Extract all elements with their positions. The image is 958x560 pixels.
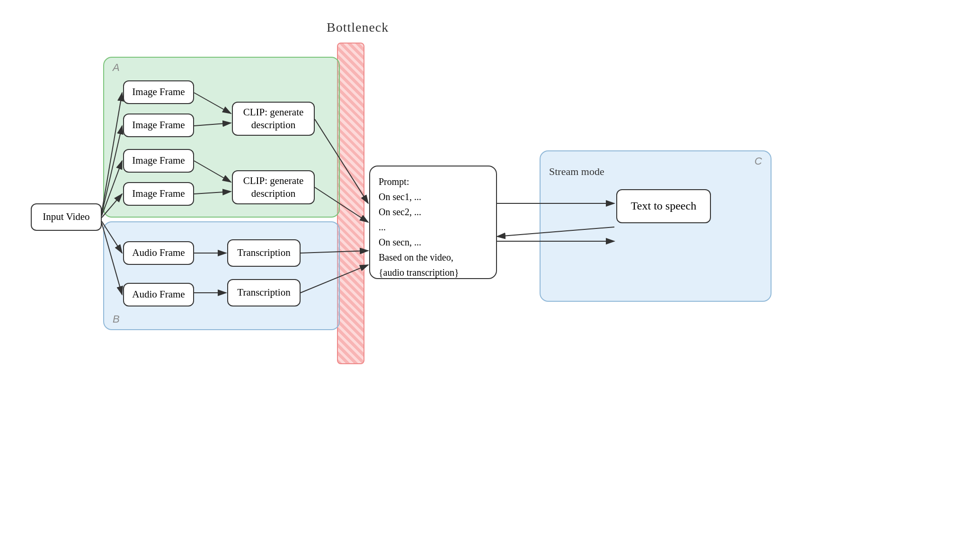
image-frame-4-node: Image Frame	[123, 182, 194, 206]
clip-description-1-node: CLIP: generatedescription	[232, 102, 315, 136]
prompt-line5: Based on the video,	[379, 252, 453, 262]
text-to-speech-node: Text to speech	[616, 189, 711, 223]
clip-description-2-node: CLIP: generatedescription	[232, 170, 315, 204]
prompt-line6: {audio transcription}	[379, 267, 459, 278]
group-c: C Stream mode Text to speech	[540, 150, 772, 302]
group-b-label: B	[113, 313, 120, 325]
diagram-container: Bottleneck A B C Stream mode Text to spe…	[0, 0, 958, 560]
bottleneck-label: Bottleneck	[327, 20, 389, 35]
group-a-label: A	[113, 61, 120, 74]
input-video-node: Input Video	[31, 203, 102, 231]
audio-frame-1-node: Audio Frame	[123, 241, 194, 265]
transcription-2-node: Transcription	[227, 279, 301, 306]
prompt-box: Prompt: On sec1, ... On sec2, ... ... On…	[369, 166, 497, 279]
group-c-label: C	[754, 155, 762, 167]
bottleneck-bar	[337, 43, 364, 364]
image-frame-3-node: Image Frame	[123, 149, 194, 173]
stream-mode-label: Stream mode	[549, 166, 604, 178]
prompt-title: Prompt:	[379, 176, 409, 187]
image-frame-1-node: Image Frame	[123, 80, 194, 104]
group-b: B	[103, 221, 340, 330]
transcription-1-node: Transcription	[227, 239, 301, 267]
prompt-line1: On sec1, ...	[379, 192, 421, 202]
image-frame-2-node: Image Frame	[123, 114, 194, 137]
prompt-line3: ...	[379, 222, 386, 232]
audio-frame-2-node: Audio Frame	[123, 283, 194, 306]
prompt-line2: On sec2, ...	[379, 207, 421, 217]
prompt-line4: On secn, ...	[379, 237, 421, 247]
